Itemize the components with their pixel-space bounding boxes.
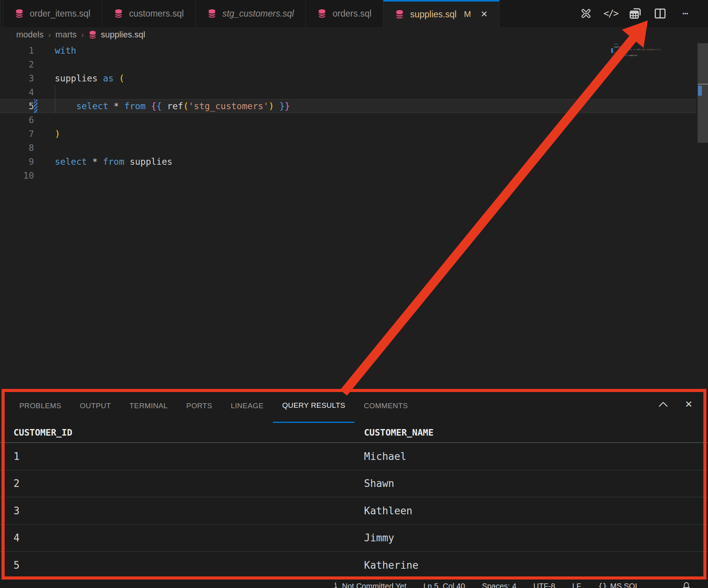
panel-tab-label: COMMENTS [364,402,408,410]
code-lines[interactable]: 1with23supplies as (45 select * from {{ … [0,44,696,182]
open-code-icon[interactable]: </> [604,7,618,20]
line-number: 7 [0,127,34,141]
tab-label: orders.sql [332,8,371,19]
column-header[interactable]: CUSTOMER_ID [0,427,364,438]
code-text: select * from supplies [34,155,173,169]
bottom-panel: PROBLEMSOUTPUTTERMINALPORTSLINEAGEQUERY … [0,389,708,580]
line-number: 10 [0,169,34,182]
database-file-icon [15,9,24,18]
tab-supplies-sql[interactable]: supplies.sqlM✕ [383,0,500,27]
panel-tab-terminal[interactable]: TERMINAL [120,389,177,423]
table-row[interactable]: 2Shawn [0,470,708,498]
code-line[interactable]: 6 [0,113,696,127]
more-actions-icon[interactable]: ⋯ [678,7,692,20]
panel-tab-lineage[interactable]: LINEAGE [222,389,273,423]
breadcrumb-separator-icon: › [81,30,84,39]
tab-order_items-sql[interactable]: order_items.sql [3,0,102,27]
code-text: select * from {{ ref('stg_customers') }} [34,99,290,113]
status-ln-5-col-40[interactable]: Ln 5, Col 40 [423,582,465,588]
code-line[interactable]: 10 [0,169,696,182]
status-spaces-4[interactable]: Spaces: 4 [482,582,517,588]
database-file-icon [395,10,404,19]
panel-tab-query-results[interactable]: QUERY RESULTS [273,389,355,423]
code-line[interactable]: 7) [0,127,696,141]
tab-label: order_items.sql [30,8,90,19]
panel-tab-output[interactable]: OUTPUT [71,389,120,423]
editor-actions: </>⋯ [579,0,708,27]
split-editor-icon[interactable] [653,7,667,20]
table-row[interactable]: 1Michael [0,443,708,470]
panel-tab-problems[interactable]: PROBLEMS [10,389,71,423]
status-lf[interactable]: LF [572,582,581,588]
code-line[interactable]: 4 [0,85,696,99]
tab-label: supplies.sql [410,9,456,20]
breadcrumb-separator-icon: › [48,30,51,39]
database-file-icon [317,9,327,18]
editor-tabs: order_items.sql customers.sql stg_custom… [3,0,500,27]
gutter-modified-indicator [34,99,37,113]
column-header[interactable]: CUSTOMER_NAME [364,427,708,438]
status-label: MS SQL [610,582,639,588]
cell-customer-id: 1 [0,451,364,462]
tab-orders-sql[interactable]: orders.sql [306,0,383,27]
status-items: Not Committed YetLn 5, Col 40Spaces: 4UT… [333,582,708,588]
minimap[interactable]: with supplies as ( select * from {{ ref(… [614,44,691,57]
table-row[interactable]: 5Katherine [0,552,708,579]
query-results-icon[interactable] [628,7,642,20]
code-line[interactable]: 2 [0,57,696,71]
code-line[interactable]: 3supplies as ( [0,71,696,85]
status-ms-sql[interactable]: {}MS SQL [598,582,639,588]
line-number: 8 [0,141,34,155]
panel-tab-ports[interactable]: PORTS [177,389,222,423]
panel-tab-label: QUERY RESULTS [282,401,346,410]
breadcrumb-item[interactable]: marts [56,30,77,40]
code-line[interactable]: 5 select * from {{ ref('stg_customers') … [0,99,696,113]
line-number: 1 [0,44,34,57]
table-row[interactable]: 4Jimmy [0,525,708,552]
code-text [34,113,55,127]
code-text [34,85,55,99]
code-text [34,169,55,182]
query-results-table: CUSTOMER_ID CUSTOMER_NAME 1Michael2Shawn… [0,423,708,579]
tab-label: stg_customers.sql [222,8,294,19]
tab-label: customers.sql [129,8,184,19]
modified-badge: M [464,9,471,19]
code-text [34,57,55,71]
tab-stg_customers-sql[interactable]: stg_customers.sql [196,0,306,27]
panel-tab-label: PROBLEMS [19,402,61,410]
close-panel-icon[interactable]: ✕ [681,397,696,412]
status-label: Not Committed Yet [342,582,407,588]
close-tab-icon[interactable]: ✕ [481,9,488,19]
panel-tab-comments[interactable]: COMMENTS [354,389,417,423]
results-rows: 1Michael2Shawn3Kathleen4Jimmy5Katherine [0,443,708,579]
line-number: 4 [0,85,34,99]
maximize-panel-icon[interactable] [655,397,671,412]
code-text [34,141,55,155]
vscode-window: order_items.sql customers.sql stg_custom… [0,0,708,588]
breadcrumb-file[interactable]: supplies.sql [88,30,145,40]
panel-tab-label: LINEAGE [231,402,264,410]
table-row[interactable]: 3Kathleen [0,497,708,525]
status-utf-8[interactable]: UTF-8 [534,582,556,588]
cell-customer-name: Shawn [364,478,708,489]
cell-customer-name: Jimmy [364,532,708,544]
cell-customer-name: Katherine [364,559,708,571]
code-line[interactable]: 8 [0,141,696,155]
tab-customers-sql[interactable]: customers.sql [102,0,196,27]
editor-tab-bar: order_items.sql customers.sql stg_custom… [0,0,708,27]
braces-icon: {} [598,582,607,588]
dbt-icon[interactable] [579,7,593,20]
editor-scrollbar[interactable] [698,27,708,389]
breadcrumb-item[interactable]: models [16,30,44,40]
status-bell-icon[interactable] [683,582,690,588]
status-label: Ln 5, Col 40 [423,582,465,588]
code-text: ) [34,127,60,141]
code-editor[interactable]: models›marts› supplies.sql 1with23suppli… [0,27,708,389]
code-line[interactable]: 9select * from supplies [0,155,696,169]
status-not-committed-yet[interactable]: Not Committed Yet [333,582,407,588]
results-header-row: CUSTOMER_ID CUSTOMER_NAME [0,423,708,443]
code-line[interactable]: 1with [0,44,696,57]
panel-tab-label: PORTS [186,402,212,410]
status-label: Spaces: 4 [482,582,517,588]
panel-actions: ✕ [655,397,696,412]
